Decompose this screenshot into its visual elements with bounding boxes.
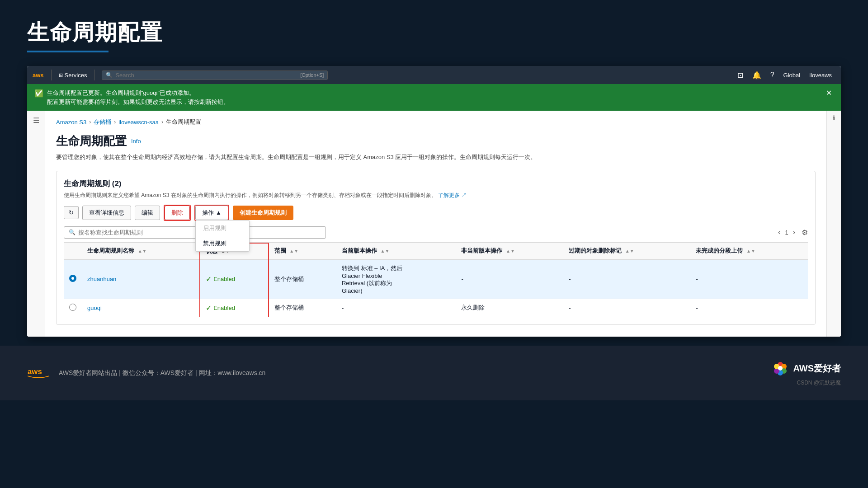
hamburger-icon[interactable]: ☰ (33, 116, 39, 125)
page-heading: 生命周期配置 Info (56, 133, 816, 149)
page-title: 生命周期配置 (27, 18, 841, 47)
user-menu[interactable]: iloveaws (806, 70, 835, 80)
aws-footer-logo: aws (27, 366, 50, 380)
sort-name-icon[interactable]: ▲▼ (138, 249, 147, 253)
help-icon[interactable]: ? (767, 69, 778, 81)
row1-select-cell[interactable] (64, 259, 82, 299)
table-row: guoqi ✓ Enabled 整个存储桶 - 永久删除 (64, 299, 808, 317)
row2-expired-cell: - (563, 299, 690, 317)
services-menu[interactable]: ⊞ Services (55, 72, 91, 79)
learn-more-link[interactable]: 了解更多 ↗ (438, 192, 467, 198)
footer-right-col: AWS爱好者 CSDN @沉默恶魔 (771, 359, 841, 387)
success-banner: ✅ 生命周期配置已更新。生命周期规则"guoqi"已成功添加。 配置更新可能需要… (27, 84, 841, 111)
page-settings-icon[interactable]: ⚙ (802, 228, 808, 237)
row1-name-cell: zhuanhuan (82, 259, 200, 299)
page-description: 要管理您的对象，使其在整个生命周期内经济高效地存储，请为其配置生命周期。生命周期… (56, 153, 553, 162)
edit-button[interactable]: 编辑 (135, 206, 160, 220)
svg-text:aws: aws (28, 367, 42, 375)
sort-expired-icon[interactable]: ▲▼ (625, 249, 634, 253)
actions-button[interactable]: 操作 ▲ (195, 206, 228, 220)
console-body: ☰ Amazon S3 › 存储桶 › iloveawscn-saa › 生命周… (27, 111, 841, 337)
dropdown-disable-rule[interactable]: 禁用规则 (196, 236, 249, 251)
aws-logo-text: aws (33, 72, 44, 79)
banner-text: 生命周期配置已更新。生命周期规则"guoqi"已成功添加。 配置更新可能需要稍等… (47, 89, 229, 106)
info-badge[interactable]: Info (131, 138, 141, 145)
rules-section: 生命周期规则 (2) 使用生命周期规则来定义您希望 Amazon S3 在对象的… (56, 171, 816, 325)
row1-status-cell: ✓ Enabled (200, 259, 268, 299)
terminal-icon[interactable]: ⊡ (734, 69, 747, 81)
row1-current-action-cell: 转换到 标准 – IA，然后Glacier FlexibleRetrieval … (336, 259, 456, 299)
info-sidebar-icon[interactable]: ℹ (833, 114, 835, 122)
nav-right-area: ⊡ 🔔 ? Global iloveaws (734, 69, 835, 81)
search-input[interactable] (115, 72, 206, 79)
sort-noncurrent-icon[interactable]: ▲▼ (506, 249, 515, 253)
row1-radio[interactable] (69, 275, 76, 282)
next-page-button[interactable]: › (790, 227, 798, 237)
sort-current-icon[interactable]: ▲▼ (381, 249, 390, 253)
view-details-button[interactable]: 查看详细信息 (82, 206, 131, 220)
row2-current-action-cell: - (336, 299, 456, 317)
table-search-icon: 🔍 (69, 229, 75, 235)
breadcrumb: Amazon S3 › 存储桶 › iloveawscn-saa › 生命周期配… (56, 118, 816, 126)
row2-name-cell: guoqi (82, 299, 200, 317)
row1-noncurrent-cell: - (456, 259, 563, 299)
banner-close-button[interactable]: ✕ (824, 89, 834, 97)
breadcrumb-bucket-name[interactable]: iloveawscn-saa (118, 119, 159, 126)
footer-credit: CSDN @沉默恶魔 (797, 379, 841, 387)
col-incomplete-label: 未完成的分段上传 (696, 247, 743, 254)
row1-status-text: Enabled (213, 276, 235, 282)
col-select (64, 243, 82, 259)
row2-status-cell: ✓ Enabled (200, 299, 268, 317)
row2-incomplete-cell: - (690, 299, 808, 317)
nav-divider (51, 70, 52, 80)
services-label: Services (65, 72, 87, 79)
actions-label: 操作 (202, 209, 214, 217)
footer-left: aws AWS爱好者网站出品 | 微信公众号：AWS爱好者 | 网址：www.i… (27, 366, 265, 380)
table-search-box[interactable]: 🔍 (64, 226, 326, 239)
row2-name-link[interactable]: guoqi (87, 305, 102, 311)
rules-header: 生命周期规则 (2) (64, 178, 808, 189)
footer: aws AWS爱好者网站出品 | 微信公众号：AWS爱好者 | 网址：www.i… (0, 346, 868, 400)
breadcrumb-sep3: › (161, 119, 163, 125)
aws-logo: aws (33, 72, 44, 79)
breadcrumb-s3[interactable]: Amazon S3 (56, 119, 86, 126)
row1-name-link[interactable]: zhuanhuan (87, 276, 116, 282)
row2-select-cell[interactable] (64, 299, 82, 317)
search-icon: 🔍 (106, 72, 113, 78)
dropdown-enable-rule[interactable]: 启用规则 (196, 221, 249, 236)
delete-button[interactable]: 删除 (165, 206, 190, 220)
aws-lover-brand-text: AWS爱好者 (793, 362, 841, 375)
content-heading: 生命周期配置 (56, 133, 127, 149)
rules-subtitle: 使用生命周期规则来定义您希望 Amazon S3 在对象的生命周期内执行的操作，… (64, 192, 808, 199)
actions-caret: ▲ (216, 209, 222, 216)
row1-enabled-badge: ✓ Enabled (206, 275, 262, 283)
aws-logo-svg: aws (27, 366, 50, 380)
row2-radio[interactable] (69, 304, 76, 311)
refresh-button[interactable]: ↻ (64, 206, 79, 219)
row2-scope-cell: 整个存储桶 (269, 299, 336, 317)
col-name: 生命周期规则名称 ▲▼ (82, 243, 200, 259)
row2-status-dot: ✓ (206, 304, 212, 312)
col-scope: 范围 ▲▼ (269, 243, 336, 259)
aws-lover-logo: AWS爱好者 (771, 359, 841, 377)
search-pagination-row: 🔍 ‹ 1 › ⚙ (64, 226, 808, 243)
main-content-area: Amazon S3 › 存储桶 › iloveawscn-saa › 生命周期配… (45, 111, 826, 337)
create-rule-button[interactable]: 创建生命周期规则 (233, 206, 293, 220)
info-sidebar: ℹ (826, 111, 841, 337)
sort-incomplete-icon[interactable]: ▲▼ (746, 249, 755, 253)
toolbar: ↻ 查看详细信息 编辑 删除 操作 ▲ (64, 205, 808, 221)
banner-line1: 生命周期配置已更新。生命周期规则"guoqi"已成功添加。 (47, 89, 229, 98)
bell-icon[interactable]: 🔔 (749, 69, 765, 81)
search-box[interactable]: 🔍 [Option+S] (102, 70, 328, 80)
breadcrumb-buckets[interactable]: 存储桶 (94, 118, 111, 126)
svg-point-7 (778, 366, 783, 371)
global-menu[interactable]: Global (780, 70, 804, 80)
col-expired-marker: 过期的对象删除标记 ▲▼ (563, 243, 690, 259)
aws-flower-icon (771, 359, 789, 377)
table-head: 生命周期规则名称 ▲▼ 状态 ▲▼ 范围 ▲▼ (64, 243, 808, 259)
prev-page-button[interactable]: ‹ (775, 227, 783, 237)
col-incomplete-upload: 未完成的分段上传 ▲▼ (690, 243, 808, 259)
sidebar-toggle[interactable]: ☰ (27, 111, 45, 337)
actions-dropdown-wrapper: 操作 ▲ 启用规则 禁用规则 (195, 206, 228, 220)
sort-scope-icon[interactable]: ▲▼ (289, 249, 298, 253)
